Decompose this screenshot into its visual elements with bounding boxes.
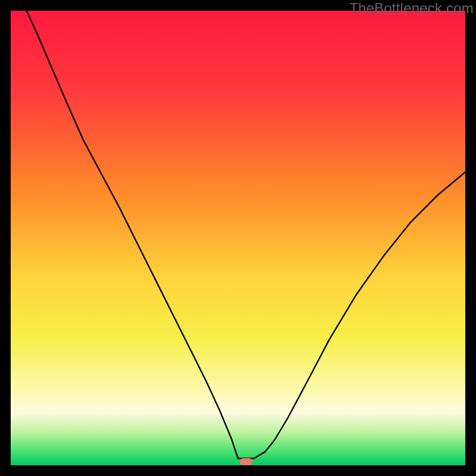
chart-frame: TheBottleneck.com xyxy=(0,0,476,476)
gradient-background xyxy=(11,11,465,465)
watermark-text: TheBottleneck.com xyxy=(349,0,474,17)
plot-area xyxy=(11,11,465,465)
min-marker xyxy=(240,458,253,465)
chart-svg xyxy=(11,11,465,465)
